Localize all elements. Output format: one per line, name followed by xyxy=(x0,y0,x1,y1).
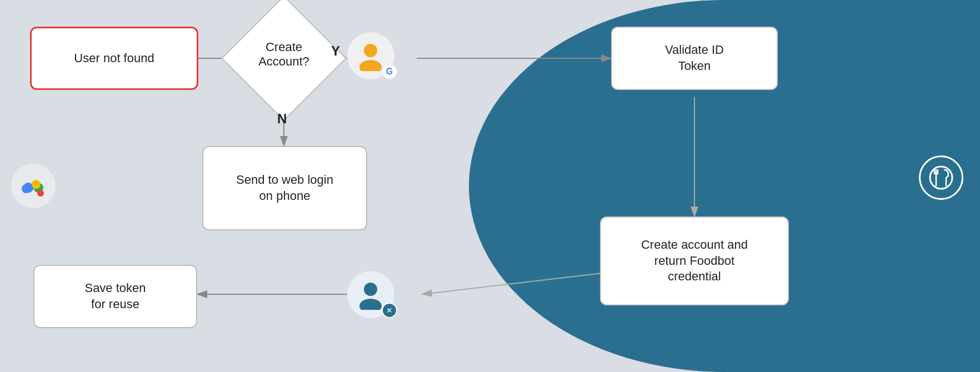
google-user-icon: G xyxy=(347,32,403,88)
svg-point-12 xyxy=(359,299,382,310)
svg-point-9 xyxy=(364,44,377,57)
no-label: N xyxy=(277,111,287,127)
validate-id-label: Validate IDToken xyxy=(665,42,724,74)
fork-knife-icon xyxy=(919,155,963,200)
save-token-node: Save tokenfor reuse xyxy=(33,265,197,328)
google-assistant-icon xyxy=(11,164,58,211)
user-not-found-label: User not found xyxy=(74,51,154,67)
svg-point-18 xyxy=(37,190,44,197)
svg-point-11 xyxy=(364,283,377,296)
yes-label: Y xyxy=(331,43,340,59)
create-account-node: Create account andreturn Foodbotcredenti… xyxy=(600,217,789,305)
send-to-web-node: Send to web loginon phone xyxy=(202,146,367,230)
save-token-label: Save tokenfor reuse xyxy=(84,280,146,312)
create-account-label-text: Create account andreturn Foodbotcredenti… xyxy=(641,237,748,285)
svg-point-16 xyxy=(22,184,31,193)
svg-point-17 xyxy=(32,180,41,189)
svg-point-10 xyxy=(359,60,382,71)
user-not-found-node: User not found xyxy=(30,27,198,90)
validate-id-node: Validate IDToken xyxy=(611,27,778,90)
send-to-web-label: Send to web loginon phone xyxy=(236,172,333,204)
svg-point-19 xyxy=(930,167,952,189)
foodbot-user-icon: ✕ xyxy=(347,271,403,326)
create-account-label: CreateAccount? xyxy=(242,40,326,69)
